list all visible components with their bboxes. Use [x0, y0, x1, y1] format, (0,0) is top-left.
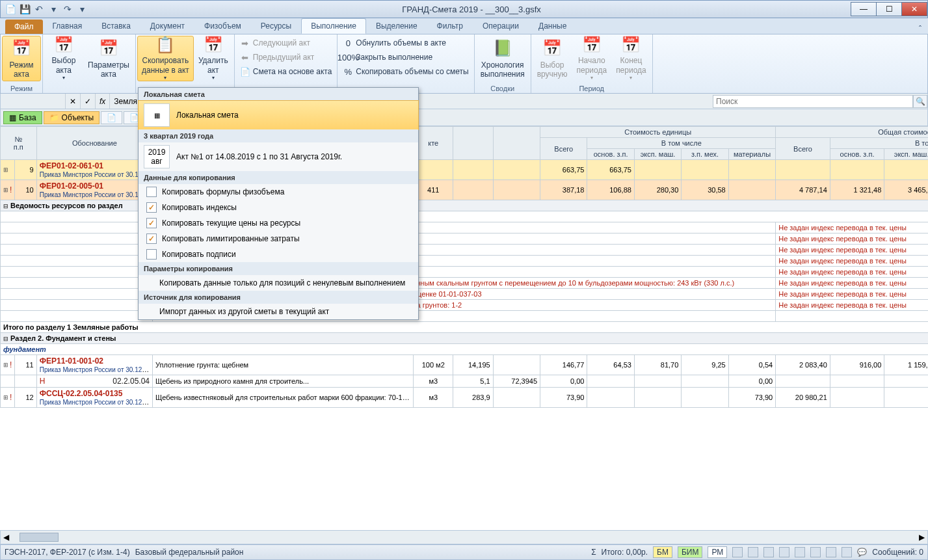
period-start-button[interactable]: 📅Начало периода▾: [572, 36, 611, 81]
col-num[interactable]: № п.п: [1, 127, 37, 160]
col-eksp2[interactable]: эксп. маш.: [884, 149, 928, 160]
qat-new-icon[interactable]: 📄: [5, 3, 16, 15]
status-icon5[interactable]: [795, 547, 805, 557]
import-data-item[interactable]: Импорт данных из другой сметы в текущий …: [139, 304, 418, 319]
tab-insert[interactable]: Вставка: [92, 18, 140, 34]
copy-volumes-item[interactable]: %Скопировать объемы со сметы: [339, 64, 472, 79]
check-indexes[interactable]: ✓Копировать индексы: [139, 200, 418, 215]
chronology-button[interactable]: 📗Хронология выполнения: [476, 36, 529, 81]
badge-rm[interactable]: РМ: [708, 546, 727, 558]
col-vsego2[interactable]: Всего: [776, 138, 830, 160]
col-zpmeh1[interactable]: з.п. мех.: [682, 149, 728, 160]
close-button[interactable]: ✕: [901, 2, 927, 16]
table-row[interactable]: Н 02.2.05.04Щебень из природного камня д…: [1, 375, 929, 388]
badge-bim[interactable]: БИМ: [678, 546, 703, 558]
tab-resources[interactable]: Ресурсы: [251, 18, 301, 34]
status-icon6[interactable]: [810, 547, 821, 557]
scroll-left-icon[interactable]: ◀: [1, 533, 12, 542]
status-icon2[interactable]: [748, 547, 758, 557]
maximize-button[interactable]: ☐: [876, 2, 902, 16]
col-total-cost[interactable]: Общая стоимость: [776, 127, 928, 138]
status-icon1[interactable]: [732, 547, 743, 557]
status-icon7[interactable]: [826, 547, 836, 557]
status-icon4[interactable]: [779, 547, 789, 557]
manual-select-button[interactable]: 📅Выбор вручную: [533, 36, 572, 81]
tab-data[interactable]: Данные: [529, 18, 576, 34]
qat-customize-icon[interactable]: ▾: [76, 3, 88, 15]
scroll-thumb[interactable]: [20, 533, 59, 542]
horizontal-scrollbar[interactable]: ◀ ▶: [0, 530, 928, 544]
status-icon8[interactable]: [842, 547, 852, 557]
fx-icon[interactable]: fx: [96, 94, 110, 109]
close-execution-item[interactable]: 100%Закрыть выполнение: [339, 50, 472, 64]
zero-icon: 0: [343, 38, 353, 48]
check-formulas[interactable]: Копировать формулы физобъема: [139, 184, 418, 200]
table-row[interactable]: ⊞!11ФЕР11-01-001-02Приказ Минстроя Росси…: [1, 355, 929, 375]
col-vtom2[interactable]: В том числе: [830, 138, 928, 149]
tab-execution[interactable]: Выполнение: [301, 18, 366, 34]
col-vtom1[interactable]: В том числе: [587, 138, 776, 149]
next-act-item[interactable]: ➡Следующий акт: [236, 36, 336, 50]
col-eksp1[interactable]: эксп. маш.: [634, 149, 681, 160]
search-input[interactable]: [713, 95, 913, 108]
prev-act-item[interactable]: ⬅Предыдущий акт: [236, 50, 336, 64]
cancel-edit-icon[interactable]: ✕: [66, 94, 81, 109]
table-row[interactable]: ⊞!12ФССЦ-02.2.05.04-0135Приказ Минстроя …: [1, 388, 929, 408]
delete-act-button[interactable]: 📅Удалить акт▾: [194, 36, 233, 81]
col-osnov1[interactable]: основ. з.п.: [587, 149, 634, 160]
tab-fizobyem[interactable]: Физобъем: [194, 18, 251, 34]
checkbox-icon: [146, 249, 157, 260]
scroll-right-icon[interactable]: ▶: [916, 533, 927, 542]
objects-button[interactable]: 📁Объекты: [44, 111, 100, 124]
qat-undo-icon[interactable]: ↶: [33, 3, 45, 15]
minimize-button[interactable]: —: [851, 2, 877, 16]
copy-data-to-act-button[interactable]: 📋Скопировать данные в акт▾: [137, 36, 194, 81]
search-icon: 🔍: [916, 97, 925, 106]
col-unit-cost[interactable]: Стоимость единицы: [540, 127, 776, 138]
col-osnov2[interactable]: основ. з.п.: [830, 149, 884, 160]
tab-filter[interactable]: Фильтр: [427, 18, 473, 34]
col-basis[interactable]: Обоснование: [36, 127, 152, 160]
messages-icon[interactable]: 💬: [857, 548, 867, 557]
col-vsego1[interactable]: Всего: [540, 138, 587, 160]
search-button[interactable]: 🔍: [913, 95, 927, 108]
name-box[interactable]: [1, 94, 66, 109]
dropdown-header-params: Параметры копирования: [139, 262, 418, 275]
estimate-from-act-item[interactable]: 📄Смета на основе акта: [236, 64, 336, 79]
check-limits[interactable]: ✓Копировать лимитированные затраты: [139, 231, 418, 247]
tab-selection[interactable]: Выделение: [366, 18, 427, 34]
copy-nonzero-item[interactable]: Копировать данные только для позиций с н…: [139, 275, 418, 291]
badge-bm[interactable]: БМ: [653, 546, 672, 558]
confirm-edit-icon[interactable]: ✓: [81, 94, 96, 109]
check-prices[interactable]: ✓Копировать текущие цены на ресурсы: [139, 215, 418, 231]
tab-document[interactable]: Документ: [140, 18, 194, 34]
qat-save-icon[interactable]: 💾: [19, 3, 31, 15]
act-mode-button[interactable]: 📅Режим акта: [2, 36, 41, 81]
ribbon-collapse-icon[interactable]: ˆ: [919, 25, 921, 34]
col-qty2[interactable]: [493, 127, 540, 160]
tab-main[interactable]: Главная: [43, 18, 92, 34]
percent-copy-icon: %: [343, 66, 353, 77]
status-icon3[interactable]: [763, 547, 774, 557]
select-act-button[interactable]: 📅Выбор акта▾: [44, 36, 83, 81]
col-kte[interactable]: кте: [414, 127, 453, 160]
baza-button[interactable]: ▦База: [3, 111, 42, 124]
period-end-button[interactable]: 📅Конец периода▾: [611, 36, 651, 81]
tab-operations[interactable]: Операции: [473, 18, 529, 34]
qat-redo-icon[interactable]: ↷: [62, 3, 73, 15]
check-signatures[interactable]: Копировать подписи: [139, 247, 418, 262]
doc1-button[interactable]: 📄: [101, 111, 122, 124]
qat-undo-dropdown-icon[interactable]: ▾: [47, 3, 59, 15]
zero-volumes-item[interactable]: 0Обнулить объемы в акте: [339, 36, 472, 50]
col-qty[interactable]: [453, 127, 493, 160]
table-row[interactable]: Итого по разделу 1 Земляные работы: [1, 322, 929, 333]
local-estimate-item[interactable]: ▦ Локальная смета: [138, 100, 419, 130]
arrow-left-icon: ⬅: [240, 52, 250, 62]
act-params-button[interactable]: 📅Параметры акта: [83, 36, 134, 81]
status-messages[interactable]: Сообщений: 0: [872, 548, 923, 557]
file-tab[interactable]: Файл: [5, 20, 43, 34]
act-item[interactable]: 2019авг Акт №1 от 14.08.2019 с 1 по 31 А…: [139, 142, 418, 171]
table-row[interactable]: ⊟ Раздел 2. Фундамент и стены: [1, 333, 929, 344]
col-mat1[interactable]: материалы: [728, 149, 775, 160]
table-row[interactable]: фундамент: [1, 344, 929, 355]
